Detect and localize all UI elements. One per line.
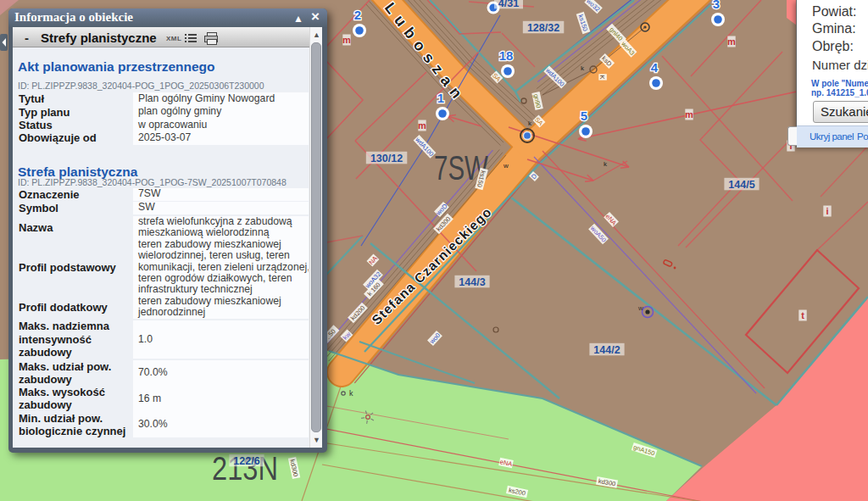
svg-text:122/6: 122/6 xyxy=(233,455,259,467)
svg-text:m: m xyxy=(727,36,736,47)
svg-text:m: m xyxy=(418,120,426,131)
svg-text:130/12: 130/12 xyxy=(370,153,403,164)
svg-text:t: t xyxy=(801,310,804,320)
svg-text:4: 4 xyxy=(651,60,659,75)
svg-text:k: k xyxy=(581,64,585,72)
svg-text:ks150: ks150 xyxy=(576,14,589,32)
svg-text:144/2: 144/2 xyxy=(593,344,620,356)
svg-text:gn90: gn90 xyxy=(532,93,542,109)
svg-text:18: 18 xyxy=(499,48,514,63)
svg-text:woA50: woA50 xyxy=(588,224,608,244)
svg-text:w: w xyxy=(637,304,643,312)
svg-text:k: k xyxy=(604,160,608,168)
svg-text:4/31: 4/31 xyxy=(498,0,519,9)
svg-text:144/3: 144/3 xyxy=(459,276,485,288)
svg-text:m: m xyxy=(685,109,693,120)
svg-text:SA: SA xyxy=(491,71,502,82)
svg-text:i: i xyxy=(826,206,828,216)
svg-text:1: 1 xyxy=(437,91,444,105)
svg-text:w: w xyxy=(503,162,509,170)
svg-text:3: 3 xyxy=(713,0,720,11)
svg-text:eNA: eNA xyxy=(604,213,619,227)
svg-text:2: 2 xyxy=(354,8,361,22)
svg-text:128/32: 128/32 xyxy=(527,22,559,34)
svg-text:NA: NA xyxy=(367,254,379,266)
svg-text:m: m xyxy=(342,35,351,45)
svg-text:5: 5 xyxy=(581,109,587,123)
svg-text:k: k xyxy=(349,389,353,398)
svg-text:K: K xyxy=(598,75,606,79)
svg-text:144/5: 144/5 xyxy=(728,179,754,191)
svg-text:wdA100: wdA100 xyxy=(414,135,436,158)
